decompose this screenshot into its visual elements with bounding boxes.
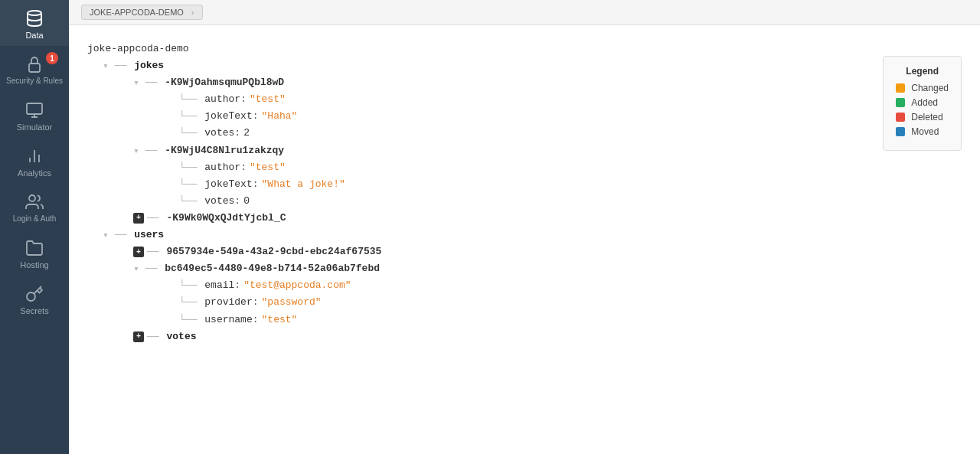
jokes-section: ▾ ── jokes ▾ ── -K9WjOahmsqmuPQbl8wD └──… [87, 57, 962, 227]
joke-2-author: └── author : "test" [179, 159, 962, 176]
jokes-connector: ▾ ── [103, 57, 132, 74]
author-key-2: author [204, 159, 240, 176]
provider-key: provider [204, 294, 252, 311]
user-2-username: └── username : "test" [179, 312, 962, 328]
tree-root-label: joke-appcoda-demo [87, 41, 189, 57]
joke-1-fields: └── author : "test" └── jokeText : "Haha… [133, 91, 962, 142]
sidebar-item-hosting[interactable]: Hosting [0, 230, 69, 276]
username-key: username [204, 312, 252, 328]
sidebar-item-analytics[interactable]: Analytics [0, 138, 69, 184]
sidebar: Data 1 Security & Rules Simulator Analyt… [0, 0, 69, 454]
joke-2-joketext: └── jokeText : "What a joke!" [179, 176, 962, 193]
legend-title: Legend [896, 66, 949, 77]
user-2-provider: └── provider : "password" [179, 294, 962, 311]
user-id-1: 9657934e-549a-43a2-9cbd-ebc24af67535 [166, 243, 381, 260]
sidebar-item-analytics-label: Analytics [18, 168, 51, 178]
sidebar-item-auth-label: Login & Auth [13, 214, 57, 224]
votes-key-1: votes [204, 125, 234, 142]
legend-moved-dot [896, 127, 905, 136]
c: └── [179, 125, 203, 142]
legend-added: Added [896, 97, 949, 108]
sidebar-item-secrets[interactable]: Secrets [0, 276, 69, 322]
votes-node-header: + ── votes [133, 328, 962, 345]
joke-1-author: └── author : "test" [179, 91, 962, 108]
joke-node-3-toggle[interactable]: + [133, 213, 144, 224]
joke-2-fields: └── author : "test" └── jokeText : "What… [133, 159, 962, 210]
users-section: ▾ ── users + ── 9657934e-549a-43a2-9cbd-… [87, 227, 962, 345]
username-val: "test" [262, 312, 298, 328]
joketext-val-1: "Haha" [262, 108, 298, 125]
legend-deleted-label: Deleted [911, 112, 942, 122]
jokes-label: jokes [134, 57, 164, 74]
data-content: Legend Changed Added Deleted Moved jok [69, 25, 980, 454]
joke-2-votes: └── votes : 0 [179, 193, 962, 210]
sidebar-item-hosting-label: Hosting [20, 260, 48, 269]
legend-panel: Legend Changed Added Deleted Moved [883, 56, 962, 151]
votes-label: votes [166, 328, 196, 345]
author-val-2: "test" [250, 159, 286, 176]
sidebar-item-auth[interactable]: Login & Auth [0, 184, 69, 230]
author-val-1: "test" [250, 91, 286, 108]
sidebar-item-security-label: Security & Rules [6, 77, 63, 86]
sidebar-item-simulator-label: Simulator [17, 122, 52, 132]
joke-id-1: -K9WjOahmsqmuPQbl8wD [165, 74, 284, 91]
legend-added-label: Added [911, 97, 938, 108]
legend-changed: Changed [896, 83, 949, 93]
c: └── [179, 91, 203, 108]
joke-id-3: -K9Wk0WQxQJdtYjcbl_C [166, 210, 286, 227]
provider-val: "password" [262, 294, 322, 311]
sidebar-item-secrets-label: Secrets [20, 306, 48, 315]
votes-val-1: 2 [243, 125, 250, 142]
sidebar-item-simulator[interactable]: Simulator [0, 92, 69, 138]
author-key-1: author [204, 91, 240, 108]
data-tree: joke-appcoda-demo ▾ ── jokes ▾ ── -K9WjO… [87, 41, 962, 345]
svg-point-7 [27, 292, 35, 301]
user-2-email: └── email : "test@appcoda.com" [179, 277, 962, 294]
legend-changed-label: Changed [911, 83, 949, 93]
user-2-fields: └── email : "test@appcoda.com" └── provi… [133, 277, 962, 328]
breadcrumb-chip[interactable]: JOKE-APPCODA-DEMO [81, 5, 203, 20]
legend-deleted-dot [896, 113, 905, 122]
joke-node-3: + ── -K9Wk0WQxQJdtYjcbl_C [103, 210, 962, 227]
joketext-key-2: jokeText [204, 176, 252, 193]
user-node-1-header: + ── 9657934e-549a-43a2-9cbd-ebc24af6753… [133, 243, 962, 260]
sidebar-item-data-label: Data [25, 31, 43, 40]
svg-point-0 [28, 11, 41, 15]
breadcrumb-bar: JOKE-APPCODA-DEMO [69, 0, 980, 25]
sidebar-item-security[interactable]: 1 Security & Rules [0, 46, 69, 92]
joke-node-1-header: ▾ ── -K9WjOahmsqmuPQbl8wD [133, 74, 962, 91]
joke-1-votes: └── votes : 2 [179, 125, 962, 142]
users-header: ▾ ── users [103, 227, 962, 243]
svg-point-6 [29, 195, 35, 201]
connector-1: ▾ ── [133, 74, 163, 91]
user-node-1: + ── 9657934e-549a-43a2-9cbd-ebc24af6753… [103, 243, 962, 260]
joke-1-joketext: └── jokeText : "Haha" [179, 108, 962, 125]
joketext-val-2: "What a joke!" [262, 176, 345, 193]
legend-added-dot [896, 98, 905, 107]
legend-deleted: Deleted [896, 112, 949, 122]
votes-key-2: votes [204, 193, 234, 210]
email-val: "test@appcoda.com" [243, 277, 351, 294]
breadcrumb-label: JOKE-APPCODA-DEMO [90, 8, 184, 17]
user-node-2-header: ▾ ── bc649ec5-4480-49e8-b714-52a06ab7feb… [133, 260, 962, 277]
security-badge: 1 [46, 52, 58, 64]
main-content: JOKE-APPCODA-DEMO Legend Changed Added D… [69, 0, 980, 454]
joke-node-2-header: ▾ ── -K9WjU4C8Nlru1zakzqy [133, 142, 962, 159]
joke-node-3-header: + ── -K9Wk0WQxQJdtYjcbl_C [133, 210, 962, 227]
email-key: email [204, 277, 234, 294]
votes-node-toggle[interactable]: + [133, 332, 144, 342]
legend-moved-label: Moved [911, 126, 939, 137]
joketext-key-1: jokeText [204, 108, 252, 125]
user-node-1-toggle[interactable]: + [133, 247, 144, 257]
joke-node-1: ▾ ── -K9WjOahmsqmuPQbl8wD └── author : "… [103, 74, 962, 142]
legend-changed-dot [896, 83, 905, 93]
joke-id-2: -K9WjU4C8Nlru1zakzqy [165, 142, 284, 159]
user-id-2: bc649ec5-4480-49e8-b714-52a06ab7febd [165, 260, 380, 277]
svg-rect-1 [29, 64, 40, 72]
svg-rect-2 [27, 103, 42, 114]
connector-2: ▾ ── [133, 142, 163, 159]
votes-node: + ── votes [103, 328, 962, 345]
users-label: users [134, 227, 164, 243]
sidebar-item-data[interactable]: Data [0, 0, 69, 46]
tree-root: joke-appcoda-demo [87, 41, 962, 57]
